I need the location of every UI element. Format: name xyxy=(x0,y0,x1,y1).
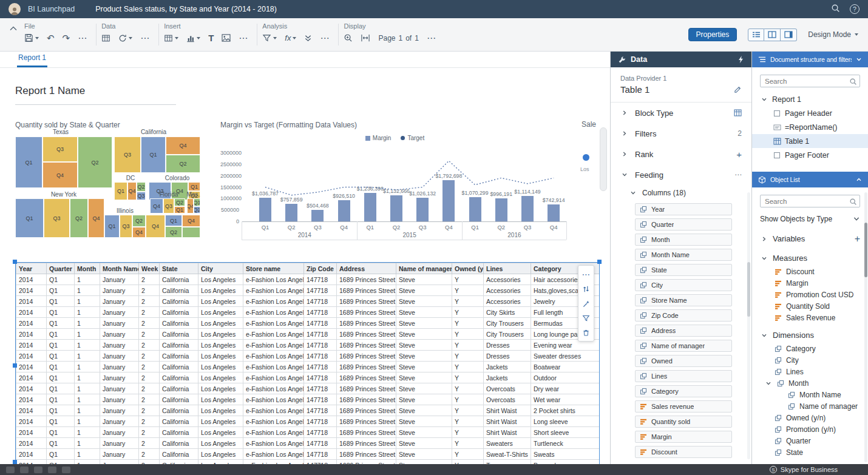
add-rank-button[interactable]: + xyxy=(736,149,742,160)
table-cell[interactable]: 1689 Princes Street xyxy=(337,274,396,285)
object-item[interactable]: Name of manager xyxy=(752,400,868,412)
table-cell[interactable]: Los Angeles xyxy=(198,449,243,460)
table-cell[interactable]: January xyxy=(100,318,139,329)
table-cell[interactable]: California xyxy=(160,296,198,307)
table-cell[interactable]: 147718 xyxy=(304,438,337,449)
table-cell[interactable]: 147718 xyxy=(304,449,337,460)
side-panel-button[interactable] xyxy=(781,29,797,41)
table-cell[interactable]: 1 xyxy=(75,383,100,394)
table-cell[interactable]: 2014 xyxy=(16,340,47,351)
treemap-cell[interactable]: Q3 xyxy=(44,198,70,238)
table-cell[interactable]: Jackets xyxy=(484,372,531,383)
table-cell[interactable]: 2014 xyxy=(16,438,47,449)
table-cell[interactable]: Q1 xyxy=(47,460,75,465)
table-cell[interactable]: Wet wear xyxy=(531,394,600,405)
treemap-cell[interactable]: Q3 xyxy=(163,198,174,214)
treemap-plot[interactable]: Q1Q3Q4Q2Q3Q1Q4Q2Q1Q4Q2Q3Q3Q4Q1Q2Q1Q3Q2Q4… xyxy=(15,129,200,238)
data-provider-button[interactable] xyxy=(101,34,110,42)
show-objects-by-type[interactable]: Show Objects by Type xyxy=(760,213,860,225)
table-cell[interactable]: 147718 xyxy=(304,318,337,329)
taskbar-app-icon[interactable] xyxy=(62,467,70,473)
table-cell[interactable]: California xyxy=(160,427,198,438)
table-cell[interactable]: 1689 Princes Street xyxy=(337,405,396,416)
object-item[interactable]: Discount xyxy=(752,266,868,277)
table-cell[interactable]: Steve xyxy=(396,340,452,351)
taskbar-app-icon[interactable] xyxy=(6,467,15,473)
table-cell[interactable]: Y xyxy=(452,460,484,465)
table-cell[interactable]: 1 xyxy=(75,427,100,438)
table-cell[interactable]: Los Angeles xyxy=(198,372,243,383)
search-icon[interactable] xyxy=(831,4,840,15)
table-cell[interactable]: 2014 xyxy=(16,318,47,329)
table-cell[interactable]: 2014 xyxy=(16,307,47,318)
table-cell[interactable]: 1689 Princes Street xyxy=(337,383,396,394)
table-cell[interactable]: Y xyxy=(452,307,484,318)
table-cell[interactable]: Los Angeles xyxy=(198,329,243,340)
table-cell[interactable]: e-Fashion Los Angeles xyxy=(243,438,304,449)
table-cell[interactable]: Los Angeles xyxy=(198,362,243,372)
table-cell[interactable]: 2 Pocket shirts xyxy=(531,405,600,416)
table-cell[interactable]: 1 xyxy=(75,351,100,362)
table-cell[interactable]: January xyxy=(100,383,139,394)
treemap-cell[interactable]: Q2 xyxy=(70,198,88,238)
table-cell[interactable]: Y xyxy=(452,296,484,307)
doc-tree-item[interactable]: Pager Header xyxy=(752,106,868,120)
table-cell[interactable]: Jackets xyxy=(484,362,531,372)
more-options-icon[interactable]: ⋯ xyxy=(579,267,593,281)
table-cell[interactable]: Los Angeles xyxy=(198,405,243,416)
treemap-cell[interactable]: Q1 xyxy=(194,198,200,206)
table-cell[interactable]: 147718 xyxy=(304,285,337,296)
table-cell[interactable]: Steve xyxy=(396,438,452,449)
design-mode-button[interactable]: Design Mode xyxy=(808,30,858,39)
table-cell[interactable]: 1 xyxy=(75,307,100,318)
fit-width-button[interactable] xyxy=(361,33,370,42)
table-cell[interactable]: Bermudas xyxy=(531,460,600,465)
table-row[interactable]: 2014Q11January2CaliforniaLos Angelese-Fa… xyxy=(16,351,600,362)
treemap-cell[interactable]: Q2 xyxy=(137,182,146,192)
table-cell[interactable]: Steve xyxy=(396,416,452,427)
table-cell[interactable]: 147718 xyxy=(304,329,337,340)
table-cell[interactable]: 1 xyxy=(75,405,100,416)
table-cell[interactable]: Q1 xyxy=(47,329,75,340)
table-cell[interactable]: Short sleeve xyxy=(531,427,600,438)
table-cell[interactable]: Sweat-T-Shirts xyxy=(484,449,531,460)
table-cell[interactable]: California xyxy=(160,351,198,362)
table-cell[interactable]: Boatwear xyxy=(531,362,600,372)
table-cell[interactable]: e-Fashion Los Angeles xyxy=(243,372,304,383)
table-cell[interactable]: e-Fashion Los Angeles xyxy=(243,307,304,318)
table-cell[interactable]: Turtleneck xyxy=(531,438,600,449)
table-cell[interactable]: Steve xyxy=(396,307,452,318)
column-header-year[interactable]: Year xyxy=(16,263,47,274)
display-more-button[interactable]: ⋯ xyxy=(427,33,436,42)
column-header-address[interactable]: Address xyxy=(337,263,396,274)
table-row[interactable]: 2014Q11January2CaliforniaLos Angelese-Fa… xyxy=(16,285,600,296)
table-cell[interactable]: 2014 xyxy=(16,460,47,465)
table-cell[interactable]: Q1 xyxy=(47,274,75,285)
treemap-cell[interactable]: Q2 xyxy=(165,226,182,238)
object-section-header[interactable]: Measures xyxy=(752,251,868,266)
table-cell[interactable]: Y xyxy=(452,438,484,449)
zoom-button[interactable] xyxy=(344,33,353,42)
add-variable-button[interactable]: + xyxy=(855,234,860,244)
table-cell[interactable]: Los Angeles xyxy=(198,285,243,296)
table-cell[interactable]: Steve xyxy=(396,460,452,465)
table-cell[interactable]: 147718 xyxy=(304,427,337,438)
table-cell[interactable]: Y xyxy=(452,329,484,340)
table-cell[interactable]: 1 xyxy=(75,274,100,285)
table-cell[interactable]: 147718 xyxy=(304,362,337,372)
section-feeding[interactable]: Feeding ⋯ xyxy=(611,164,751,185)
table-cell[interactable]: 1689 Princes Street xyxy=(337,307,396,318)
section-block-type[interactable]: Block Type xyxy=(611,103,751,123)
feeding-column[interactable]: Zip Code xyxy=(635,309,732,322)
table-cell[interactable]: Q1 xyxy=(47,405,75,416)
treemap-chart[interactable]: Quantity sold by State & Quarter Q1Q3Q4Q… xyxy=(15,121,200,246)
table-cell[interactable]: 2 xyxy=(139,460,160,465)
table-cell[interactable]: Los Angeles xyxy=(198,416,243,427)
table-row[interactable]: 2014Q11January2CaliforniaLos Angelese-Fa… xyxy=(16,362,600,372)
file-more-button[interactable]: ⋯ xyxy=(78,33,87,42)
table-cell[interactable]: 2 xyxy=(139,318,160,329)
table-cell[interactable]: Steve xyxy=(396,351,452,362)
table-cell[interactable]: e-Fashion Los Angeles xyxy=(243,460,304,465)
selection-handle[interactable] xyxy=(13,260,17,264)
object-item[interactable]: Margin xyxy=(752,277,868,289)
